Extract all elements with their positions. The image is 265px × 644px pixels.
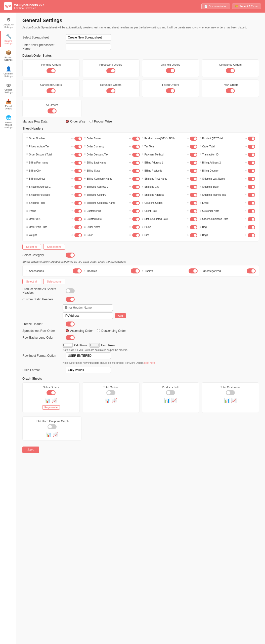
header-type-select[interactable]: IP Address bbox=[63, 312, 113, 319]
save-button[interactable]: Save bbox=[22, 447, 39, 453]
total-customers-toggle[interactable] bbox=[226, 390, 235, 395]
sales-orders-toggle[interactable] bbox=[47, 390, 56, 395]
completed-toggle[interactable] bbox=[226, 68, 235, 73]
header-shipping-method-toggle[interactable] bbox=[248, 193, 255, 197]
descending-radio[interactable] bbox=[97, 329, 100, 332]
header-order-number-toggle[interactable] bbox=[74, 137, 82, 141]
header-billing-state-toggle[interactable] bbox=[132, 169, 140, 173]
edit-icon[interactable]: ✏ bbox=[187, 169, 189, 172]
edit-icon[interactable]: ✏ bbox=[187, 137, 189, 140]
edit-icon[interactable]: ✏ bbox=[245, 169, 247, 172]
edit-icon[interactable]: ✏ bbox=[129, 202, 131, 204]
edit-icon[interactable]: ✏ bbox=[129, 177, 131, 180]
header-discount-tax-toggle[interactable] bbox=[132, 153, 140, 157]
add-header-button[interactable]: Add bbox=[115, 313, 126, 318]
select-all-headers-button[interactable]: Select all bbox=[22, 244, 41, 250]
header-order-status-toggle[interactable] bbox=[132, 137, 140, 141]
header-coupons-toggle[interactable] bbox=[190, 201, 197, 205]
trash-toggle[interactable] bbox=[226, 88, 235, 93]
header-shipping-last-toggle[interactable] bbox=[248, 177, 255, 181]
header-size-toggle[interactable] bbox=[190, 233, 197, 237]
header-payment-toggle[interactable] bbox=[190, 153, 197, 157]
header-name-input[interactable] bbox=[63, 304, 113, 311]
order-wise-radio-label[interactable]: Order Wise bbox=[66, 120, 85, 123]
header-bag-toggle[interactable] bbox=[248, 225, 255, 229]
header-order-notes-toggle[interactable] bbox=[132, 225, 140, 229]
header-billing-country-toggle[interactable] bbox=[248, 169, 255, 173]
header-shipping-country-toggle[interactable] bbox=[132, 193, 140, 197]
edit-icon[interactable]: ✏ bbox=[71, 153, 73, 156]
select-none-categories-button[interactable]: Select none bbox=[43, 279, 65, 284]
category-tshirts-toggle[interactable] bbox=[189, 268, 198, 273]
select-none-headers-button[interactable]: Select none bbox=[43, 244, 65, 250]
header-color-toggle[interactable] bbox=[132, 233, 140, 237]
category-uncategorized-toggle[interactable] bbox=[247, 268, 256, 273]
edit-icon[interactable]: ✏ bbox=[71, 202, 73, 204]
edit-icon[interactable]: ✏ bbox=[187, 161, 189, 164]
edit-icon[interactable]: ✏ bbox=[129, 145, 131, 148]
product-wise-radio[interactable] bbox=[90, 120, 93, 123]
header-billing-company-toggle[interactable] bbox=[132, 177, 140, 181]
edit-icon[interactable]: ✏ bbox=[245, 210, 247, 212]
header-billing-city-toggle[interactable] bbox=[74, 169, 82, 173]
header-customer-id-toggle[interactable] bbox=[132, 209, 140, 213]
header-shipping-state-toggle[interactable] bbox=[248, 185, 255, 189]
on-hold-toggle[interactable] bbox=[166, 68, 175, 73]
edit-icon[interactable]: ✏ bbox=[129, 185, 131, 188]
edit-icon[interactable]: ✏ bbox=[245, 234, 247, 236]
edit-icon[interactable]: ✏ bbox=[187, 218, 189, 220]
total-coupons-toggle[interactable] bbox=[48, 424, 57, 429]
edit-icon[interactable]: ✏ bbox=[187, 185, 189, 188]
header-billing-addr-toggle[interactable] bbox=[74, 177, 82, 181]
odd-rows-color-picker[interactable] bbox=[63, 343, 73, 348]
header-order-url-toggle[interactable] bbox=[74, 217, 82, 221]
edit-icon[interactable]: ✏ bbox=[187, 145, 189, 148]
pending-toggle[interactable] bbox=[47, 68, 56, 73]
edit-icon[interactable]: ✏ bbox=[129, 210, 131, 212]
sidebar-item-general[interactable]: 🔧 General Settings bbox=[0, 31, 16, 47]
header-paid-date-toggle[interactable] bbox=[74, 225, 82, 229]
edit-icon[interactable]: ✏ bbox=[245, 161, 247, 164]
header-order-currency-toggle[interactable] bbox=[132, 145, 140, 149]
sidebar-item-google-api[interactable]: ⚙ Google API Settings bbox=[0, 15, 16, 31]
category-accessories-toggle[interactable] bbox=[73, 268, 82, 273]
total-orders-toggle[interactable] bbox=[106, 390, 115, 395]
ascending-radio[interactable] bbox=[66, 329, 69, 332]
header-product-qty-toggle[interactable] bbox=[248, 137, 255, 141]
edit-icon[interactable]: ✏ bbox=[245, 185, 247, 188]
select-all-categories-button[interactable]: Select all bbox=[22, 279, 41, 284]
header-billing-postcode-toggle[interactable] bbox=[190, 169, 197, 173]
edit-icon[interactable]: ✏ bbox=[71, 161, 73, 164]
spreadsheet-name-input[interactable] bbox=[66, 44, 111, 50]
header-shipping-total-toggle[interactable] bbox=[74, 201, 82, 205]
products-sold-toggle[interactable] bbox=[166, 390, 175, 395]
header-phone-toggle[interactable] bbox=[74, 209, 82, 213]
header-shipping-first-toggle[interactable] bbox=[190, 177, 197, 181]
edit-icon[interactable]: ✏ bbox=[71, 218, 73, 220]
sidebar-item-product[interactable]: 📦 Product Settings bbox=[0, 47, 16, 64]
edit-icon[interactable]: ✏ bbox=[245, 153, 247, 156]
edit-icon[interactable]: ✏ bbox=[129, 161, 131, 164]
ascending-order-label[interactable]: Ascending Order bbox=[66, 329, 93, 333]
header-product-name-toggle[interactable] bbox=[190, 137, 197, 141]
edit-icon[interactable]: ✏ bbox=[245, 193, 247, 196]
header-billing-addr1-toggle[interactable] bbox=[190, 161, 197, 165]
ticket-button[interactable]: 🎫 Submit A Ticket bbox=[232, 4, 261, 9]
price-format-select[interactable]: Only Values With Currency Symbol bbox=[66, 367, 111, 373]
processing-toggle[interactable] bbox=[106, 68, 115, 73]
header-billing-last-toggle[interactable] bbox=[132, 161, 140, 165]
edit-icon[interactable]: ✏ bbox=[245, 202, 247, 204]
header-shipping-addr1-toggle[interactable] bbox=[74, 185, 82, 189]
edit-icon[interactable]: ✏ bbox=[129, 137, 131, 140]
edit-icon[interactable]: ✏ bbox=[129, 234, 131, 236]
sidebar-item-envato[interactable]: 🌐 Envato Market Settings bbox=[0, 112, 16, 131]
edit-icon[interactable]: ✏ bbox=[245, 145, 247, 148]
header-packs-toggle[interactable] bbox=[190, 225, 197, 229]
edit-icon[interactable]: ✏ bbox=[129, 218, 131, 220]
all-orders-toggle[interactable] bbox=[48, 108, 57, 113]
header-shipping-addr-toggle[interactable] bbox=[190, 193, 197, 197]
edit-icon[interactable]: ✏ bbox=[245, 218, 247, 220]
sidebar-item-coupon[interactable]: 🎟 Coupon Settings bbox=[0, 80, 16, 96]
edit-icon[interactable]: ✏ bbox=[187, 210, 189, 212]
header-completion-date-toggle[interactable] bbox=[248, 217, 255, 221]
